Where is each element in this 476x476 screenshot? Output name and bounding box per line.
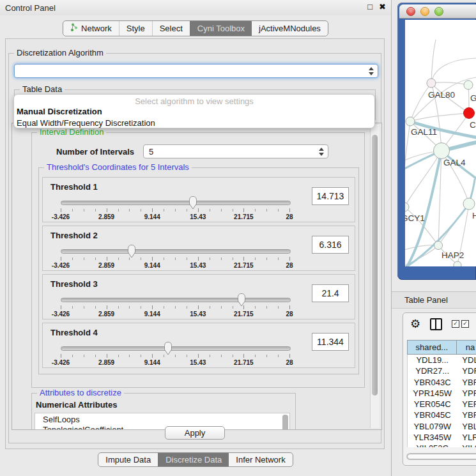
node-table: shared... na YDL19... YDL1 YDR27... YDR2… [407, 340, 476, 447]
threshold-4-slider[interactable]: -3.4262.8599.14415.4321.71528 [61, 344, 289, 369]
threshold-2-slider[interactable]: -3.4262.8599.14415.4321.71528 [61, 247, 289, 272]
column-header-shared-name[interactable]: shared... [407, 340, 457, 355]
algorithm-option-equal-width-frequency-discretization[interactable]: Equal Width/Frequency Discretization [14, 118, 374, 129]
threshold-3-slider-thumb[interactable] [236, 293, 247, 307]
threshold-3-value-field[interactable]: 21.4 [312, 284, 349, 302]
select-columns-icons[interactable]: ✓ ✓ [452, 320, 469, 328]
threshold-4-slider-thumb[interactable] [163, 342, 173, 355]
network-edge[interactable] [410, 83, 431, 121]
threshold-1-box: Threshold 1 -3.4262.8599.14415.4321.7152… [42, 177, 355, 222]
slider-tick-label: 2.859 [98, 359, 114, 366]
table-row[interactable]: YER054C YER0 [408, 399, 476, 410]
tab-impute-data[interactable]: Impute Data [98, 453, 158, 466]
table-row[interactable]: YDL19... YDL1 [408, 355, 476, 365]
threshold-2-slider-thumb[interactable] [127, 245, 137, 258]
network-edge[interactable] [431, 82, 468, 85]
slider-tick [72, 257, 73, 260]
slider-tick [243, 354, 244, 358]
slider-tick [107, 305, 107, 309]
tab-style[interactable]: Style [119, 21, 152, 36]
algorithm-option-manual-discretization[interactable]: Manual Discretization [14, 106, 374, 118]
threshold-1-slider[interactable]: -3.4262.8599.14415.4321.71528 [61, 198, 289, 224]
table-row[interactable]: YBR043C YBR0 [408, 377, 476, 388]
slider-tick [118, 209, 119, 211]
number-of-intervals-combobox[interactable]: 5 [143, 144, 328, 158]
network-edge[interactable] [431, 58, 476, 83]
slider-tick [289, 257, 290, 261]
table-row[interactable]: YPR145W YPR1 [408, 388, 476, 399]
attribute-item-selfloops[interactable]: SelfLoops [43, 415, 289, 425]
slider-track[interactable] [61, 298, 291, 302]
slider-tick [233, 306, 233, 309]
network-node-c[interactable] [464, 108, 475, 119]
network-node-gal4[interactable] [434, 143, 450, 159]
tab-discretize-data[interactable]: Discretize Data [158, 453, 229, 466]
zoom-traffic-light[interactable] [434, 7, 443, 16]
columns-icon[interactable] [430, 318, 442, 330]
slider-tick [84, 209, 84, 211]
network-canvas[interactable]: GAL80GACGAL11GAL4HGCY1HAP2 [405, 20, 476, 266]
slider-tick [164, 306, 164, 309]
tab-select[interactable]: Select [152, 21, 190, 36]
minimize-traffic-light[interactable] [420, 7, 429, 16]
network-edge[interactable] [410, 113, 469, 121]
threshold-1-slider-thumb[interactable] [188, 196, 198, 210]
table-row[interactable]: YDR27... YDR2 [408, 365, 476, 376]
slider-tick [95, 257, 96, 260]
top-tab-bar: NetworkStyleSelectCyni ToolboxjActiveMNo… [63, 20, 328, 36]
slider-track[interactable] [61, 346, 291, 351]
slider-track[interactable] [61, 249, 291, 254]
slider-tick [221, 355, 222, 357]
close-window-icon[interactable]: ✖ [379, 2, 386, 12]
tab-cyni-toolbox[interactable]: Cyni Toolbox [190, 21, 252, 36]
apply-button[interactable]: Apply [165, 426, 225, 440]
threshold-1-value-field[interactable]: 14.713 [312, 187, 349, 205]
slider-tick [129, 209, 130, 211]
tab-infer-network[interactable]: Infer Network [229, 453, 292, 466]
network-node-gal80[interactable] [427, 79, 436, 88]
threshold-list: Threshold 1 -3.4262.8599.14415.4321.7152… [42, 177, 355, 368]
table-row[interactable]: YLR345W YLR3 [408, 432, 476, 443]
tab-network[interactable]: Network [63, 21, 119, 36]
algorithm-dropdown-popup: Select algorithm to view settings Manual… [13, 94, 375, 128]
network-view-window[interactable]: GAL80GACGAL11GAL4HGCY1HAP2 [397, 3, 476, 280]
tab-jactivemnodules[interactable]: jActiveMNodules [252, 21, 328, 36]
gear-icon[interactable]: ⚙ [410, 318, 420, 330]
table-row[interactable]: YBR045C YBR0 [408, 410, 476, 420]
interval-definition-title: Interval Definition [37, 128, 106, 137]
slider-tick-label: 15.43 [190, 213, 206, 220]
slider-tick-label: 15.43 [190, 262, 206, 269]
float-window-icon[interactable]: □ [367, 2, 372, 12]
network-edge[interactable] [405, 207, 438, 245]
network-node-ga[interactable] [464, 81, 473, 89]
viewport-vertical-scrollbar[interactable] [370, 125, 380, 428]
close-traffic-light[interactable] [406, 7, 415, 16]
network-edge[interactable] [405, 121, 410, 170]
slider-tick [72, 306, 73, 309]
slider-tick [141, 306, 141, 309]
network-node-hap2[interactable] [434, 242, 443, 250]
network-node-h[interactable] [463, 198, 475, 210]
slider-tick [175, 355, 176, 357]
threshold-4-value-field[interactable]: 11.344 [312, 333, 349, 351]
network-node-gal11[interactable] [406, 117, 415, 126]
combo-stepper-icon [319, 148, 324, 156]
slider-track[interactable] [61, 201, 291, 205]
table-horizontal-scrollbar[interactable] [406, 453, 476, 460]
table-row[interactable]: YIL053C YIL0 [408, 443, 476, 447]
table-row[interactable]: YBL079W YBL0 [408, 421, 476, 432]
network-window-titlebar[interactable] [399, 4, 476, 19]
threshold-2-value-field[interactable]: 6.316 [312, 236, 349, 254]
threshold-3-slider[interactable]: -3.4262.8599.14415.4321.71528 [61, 295, 289, 321]
slider-tick [72, 355, 73, 357]
viewport-scrollbar-thumb[interactable] [372, 135, 378, 395]
table-hscrollbar-thumb[interactable] [407, 454, 476, 459]
network-node[interactable] [454, 261, 461, 266]
column-header-name[interactable]: na [457, 340, 476, 355]
slider-tick [278, 209, 279, 211]
slider-tick-label: 21.715 [234, 359, 254, 366]
slider-tick [95, 209, 96, 211]
slider-tick [255, 257, 256, 260]
thresholds-coordinates-group: Threshold's Coordinates for 5 Intervals … [38, 167, 359, 374]
algorithm-combobox[interactable] [14, 64, 378, 78]
